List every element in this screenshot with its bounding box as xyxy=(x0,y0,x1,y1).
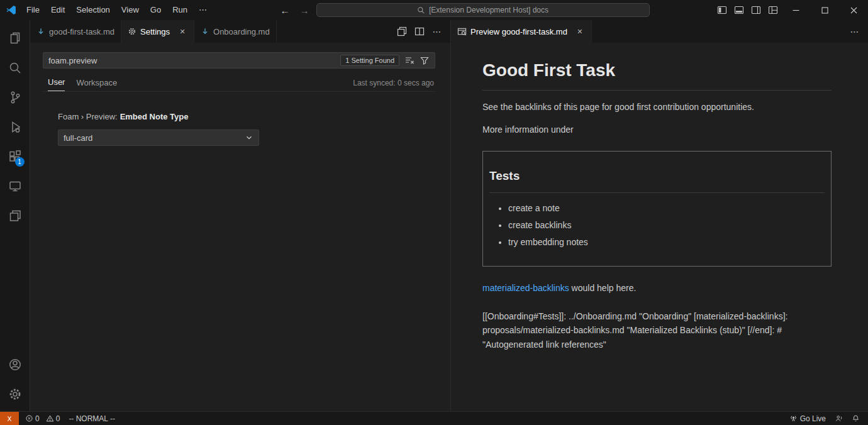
more-actions-icon[interactable]: ⋯ xyxy=(848,25,862,38)
filter-funnel-icon[interactable] xyxy=(420,55,430,65)
error-count: 0 xyxy=(35,414,40,423)
customize-layout-icon[interactable] xyxy=(764,0,781,20)
clear-search-icon[interactable] xyxy=(404,55,415,65)
after-link-text: would help here. xyxy=(569,283,637,293)
status-bar: 0 0 -- NORMAL -- Go Live xyxy=(0,411,868,425)
preview-paragraph: See the backlinks of this page for good … xyxy=(482,101,832,114)
activity-bar-bottom xyxy=(0,350,30,411)
editor-group-left: good-first-task.md Settings ✕ Onboardi xyxy=(30,20,450,411)
close-tab-icon[interactable]: ✕ xyxy=(575,28,585,36)
open-preview-icon xyxy=(457,27,467,36)
title-bar: File Edit Selection View Go Run ⋯ ← → [E… xyxy=(0,0,868,20)
preview-heading: Good First Task xyxy=(482,57,832,91)
close-tab-icon[interactable]: ✕ xyxy=(177,28,187,36)
title-bar-right xyxy=(713,0,868,20)
error-icon xyxy=(25,414,33,422)
dropdown-value: full-card xyxy=(64,133,92,143)
remote-explorer-icon[interactable] xyxy=(0,171,30,201)
embedded-note-card: Tests create a note create backlinks try… xyxy=(482,151,832,267)
preview-paragraph: More information under xyxy=(482,123,832,137)
tab-preview-good-first-task[interactable]: Preview good-first-task.md ✕ xyxy=(451,20,592,43)
settings-gear-icon[interactable] xyxy=(0,379,30,409)
command-center-label: [Extension Development Host] docs xyxy=(429,6,548,14)
tab-onboarding[interactable]: Onboarding.md xyxy=(194,20,277,43)
settings-search-value: foam.preview xyxy=(48,56,335,65)
minimize-button[interactable] xyxy=(781,0,810,20)
menu-view[interactable]: View xyxy=(116,0,145,20)
toggle-sidebar-left-icon[interactable] xyxy=(713,0,730,20)
title-bar-center: ← → [Extension Development Host] docs xyxy=(213,3,713,17)
explorer-icon[interactable] xyxy=(0,23,30,53)
vscode-logo-icon xyxy=(6,4,17,16)
split-editor-icon[interactable] xyxy=(413,25,426,38)
scope-tab-workspace[interactable]: Workspace xyxy=(76,78,117,91)
go-live-status[interactable]: Go Live xyxy=(785,412,830,425)
warning-count: 0 xyxy=(56,414,60,423)
left-editor-actions: ⋯ xyxy=(395,20,450,43)
tab-label: Settings xyxy=(140,27,170,36)
menu-edit[interactable]: Edit xyxy=(45,0,70,20)
accounts-icon[interactable] xyxy=(0,350,30,379)
scope-tab-user[interactable]: User xyxy=(48,77,65,91)
setting-title: Foam › Preview:Embed Note Type xyxy=(58,112,435,121)
right-tab-bar: Preview good-first-task.md ✕ ⋯ xyxy=(451,20,868,43)
broadcast-icon xyxy=(789,414,798,422)
problems-status[interactable]: 0 0 xyxy=(19,412,64,425)
list-item: create backlinks xyxy=(508,219,825,233)
go-live-label: Go Live xyxy=(800,414,826,423)
toggle-panel-icon[interactable] xyxy=(730,0,747,20)
backlink-paragraph: materialized-backlinks would help here. xyxy=(482,282,832,295)
embed-note-type-dropdown[interactable]: full-card xyxy=(58,130,259,146)
forward-icon[interactable]: → xyxy=(297,5,313,16)
search-view-icon[interactable] xyxy=(0,53,30,82)
source-control-icon[interactable] xyxy=(0,82,30,112)
bell-icon xyxy=(852,414,860,422)
title-bar-left: File Edit Selection View Go Run ⋯ xyxy=(0,0,213,20)
search-icon xyxy=(417,6,425,14)
settings-search-input[interactable]: foam.preview 1 Setting Found xyxy=(43,52,435,69)
notifications-status[interactable] xyxy=(847,412,864,425)
tab-label: Preview good-first-task.md xyxy=(470,27,567,36)
maximize-button[interactable] xyxy=(810,0,839,20)
tab-good-first-task[interactable]: good-first-task.md xyxy=(30,20,121,43)
toggle-sidebar-right-icon[interactable] xyxy=(747,0,764,20)
close-window-button[interactable] xyxy=(839,0,868,20)
list-item: try embedding notes xyxy=(508,236,825,250)
settings-scope-tabs: User Workspace Last synced: 0 secs ago xyxy=(43,77,435,92)
extensions-icon[interactable]: 1 xyxy=(0,141,30,171)
tab-label: Onboarding.md xyxy=(213,27,270,36)
menu-file[interactable]: File xyxy=(21,0,45,20)
last-synced-label: Last synced: 0 secs ago xyxy=(353,79,434,91)
command-center[interactable]: [Extension Development Host] docs xyxy=(316,3,650,17)
workbench: 1 xyxy=(0,20,868,411)
left-tab-bar: good-first-task.md Settings ✕ Onboardi xyxy=(30,20,450,43)
more-actions-icon[interactable]: ⋯ xyxy=(430,25,444,38)
menu-run[interactable]: Run xyxy=(167,0,193,20)
markdown-file-icon xyxy=(201,27,209,36)
open-settings-json-icon[interactable] xyxy=(395,25,409,38)
editor-groups: good-first-task.md Settings ✕ Onboardi xyxy=(30,20,868,411)
right-editor-actions: ⋯ xyxy=(848,20,868,43)
menu-selection[interactable]: Selection xyxy=(70,0,115,20)
embedded-note-list: create a note create backlinks try embed… xyxy=(489,202,825,249)
run-debug-icon[interactable] xyxy=(0,112,30,141)
menu-go[interactable]: Go xyxy=(145,0,167,20)
windows-layers-icon[interactable] xyxy=(0,201,30,230)
vscode-window: File Edit Selection View Go Run ⋯ ← → [E… xyxy=(0,0,868,425)
settings-tab-gear-icon xyxy=(128,27,136,36)
setting-row-embed-note-type: Foam › Preview:Embed Note Type full-card xyxy=(43,112,435,146)
tab-settings[interactable]: Settings ✕ xyxy=(121,20,194,43)
materialized-backlinks-link[interactable]: materialized-backlinks xyxy=(482,283,569,293)
back-icon[interactable]: ← xyxy=(277,5,293,16)
tab-label: good-first-task.md xyxy=(49,27,114,36)
feedback-status[interactable] xyxy=(830,412,847,425)
menu-more-icon[interactable]: ⋯ xyxy=(193,0,213,20)
embedded-note-title: Tests xyxy=(489,167,825,193)
feedback-person-icon xyxy=(835,414,843,422)
chevron-down-icon xyxy=(245,133,253,142)
vim-mode-label: -- NORMAL -- xyxy=(69,414,115,423)
vim-mode-status[interactable]: -- NORMAL -- xyxy=(64,412,120,425)
activity-bar: 1 xyxy=(0,20,30,411)
remote-indicator[interactable] xyxy=(0,412,19,425)
markdown-file-icon xyxy=(36,27,45,36)
